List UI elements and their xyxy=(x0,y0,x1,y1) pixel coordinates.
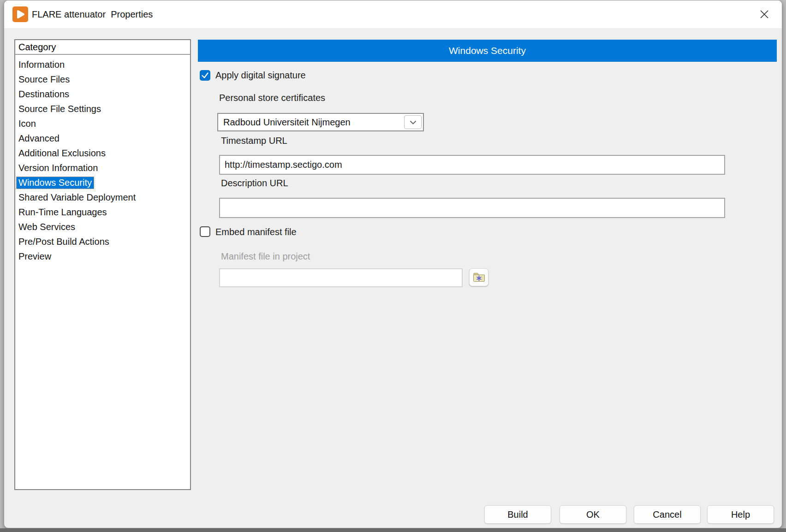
embed-manifest-checkbox[interactable] xyxy=(200,226,210,237)
close-icon xyxy=(759,9,769,19)
description-url-label: Description URL xyxy=(221,177,288,189)
sidebar-item-destinations[interactable]: Destinations xyxy=(15,87,190,101)
sidebar-item-source-files[interactable]: Source Files xyxy=(15,72,190,87)
sidebar-item-pre-post-build-actions[interactable]: Pre/Post Build Actions xyxy=(15,234,190,249)
embed-manifest-label[interactable]: Embed manifest file xyxy=(215,226,297,238)
category-items: Information Source Files Destinations So… xyxy=(15,55,190,264)
personal-store-certificates-label: Personal store certificates xyxy=(219,92,325,104)
apply-digital-signature-label[interactable]: Apply digital signature xyxy=(215,69,306,81)
sidebar-item-advanced[interactable]: Advanced xyxy=(15,131,190,146)
window-title: FLARE attenuator Properties xyxy=(32,0,153,28)
certificate-combobox-value: Radboud Universiteit Nijmegen xyxy=(218,114,423,130)
sidebar-item-run-time-languages[interactable]: Run-Time Languages xyxy=(15,205,190,219)
cancel-button[interactable]: Cancel xyxy=(634,505,701,524)
background-strip xyxy=(0,528,786,532)
sidebar-item-windows-security[interactable]: Windows Security xyxy=(15,175,190,190)
sidebar-item-icon[interactable]: Icon xyxy=(15,116,190,131)
page-title: Windows Security xyxy=(198,40,777,62)
sidebar-item-preview[interactable]: Preview xyxy=(15,249,190,264)
manifest-file-label: Manifest file in project xyxy=(221,250,310,262)
manifest-file-input xyxy=(219,268,463,287)
apply-digital-signature-checkbox[interactable] xyxy=(200,70,210,81)
timestamp-url-label: Timestamp URL xyxy=(221,135,287,147)
description-url-input[interactable] xyxy=(219,198,725,218)
close-button[interactable] xyxy=(755,6,774,23)
chevron-down-icon xyxy=(410,120,417,124)
ok-button[interactable]: OK xyxy=(560,505,626,524)
sidebar-item-additional-exclusions[interactable]: Additional Exclusions xyxy=(15,146,190,160)
help-button[interactable]: Help xyxy=(707,505,774,524)
browse-manifest-button[interactable] xyxy=(469,268,488,286)
certificate-dropdown-button[interactable] xyxy=(404,115,422,129)
timestamp-url-input[interactable] xyxy=(219,155,725,175)
checkmark-icon xyxy=(201,71,209,79)
new-folder-icon xyxy=(473,272,485,283)
certificate-combobox[interactable]: Radboud Universiteit Nijmegen xyxy=(217,113,424,131)
sidebar-item-source-file-settings[interactable]: Source File Settings xyxy=(15,101,190,116)
sidebar-item-version-information[interactable]: Version Information xyxy=(15,160,190,175)
title-bar: FLARE attenuator Properties xyxy=(4,0,782,28)
sidebar-item-shared-variable-deployment[interactable]: Shared Variable Deployment xyxy=(15,190,190,205)
labview-play-icon xyxy=(12,6,28,22)
category-list-header: Category xyxy=(15,40,190,55)
properties-dialog: FLARE attenuator Properties Category Inf… xyxy=(4,0,782,528)
category-list: Category Information Source Files Destin… xyxy=(14,39,191,490)
sidebar-item-information[interactable]: Information xyxy=(15,57,190,72)
sidebar-item-web-services[interactable]: Web Services xyxy=(15,219,190,234)
build-button[interactable]: Build xyxy=(484,505,551,524)
